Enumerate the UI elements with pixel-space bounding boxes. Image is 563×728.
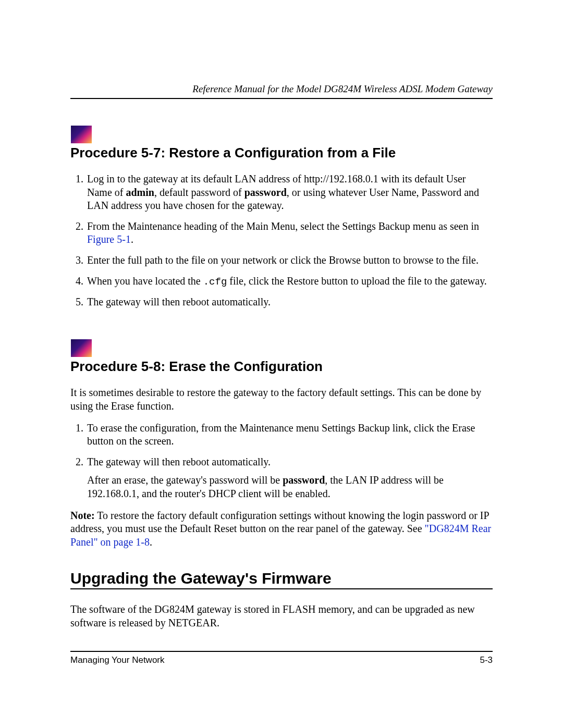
section-heading: Upgrading the Gateway's Firmware xyxy=(70,570,493,587)
step-text: To erase the configuration, from the Mai… xyxy=(87,422,475,447)
bold-admin: admin xyxy=(126,187,154,198)
note-label: Note: xyxy=(70,510,95,521)
note-text: . xyxy=(150,536,152,548)
step-text: , default password of xyxy=(154,187,244,198)
list-item: The gateway will then reboot automatical… xyxy=(86,455,493,501)
bold-password: password xyxy=(244,187,287,198)
list-item: Log in to the gateway at its default LAN… xyxy=(86,172,493,213)
step-text: . xyxy=(131,233,133,245)
list-item: Enter the full path to the file on your … xyxy=(86,254,493,267)
bold-password: password xyxy=(283,474,325,486)
procedure-5-8-title: Procedure 5-8: Erase the Configuration xyxy=(70,359,493,375)
step-text: The gateway will then reboot automatical… xyxy=(87,456,271,467)
procedure-5-8-intro: It is sometimes desirable to restore the… xyxy=(70,386,493,413)
header-rule xyxy=(70,98,493,99)
footer-rule xyxy=(70,651,493,652)
code-cfg: .cfg xyxy=(203,276,227,288)
document-page: Reference Manual for the Model DG824M Wi… xyxy=(0,0,563,728)
procedure-5-8-steps: To erase the configuration, from the Mai… xyxy=(70,422,493,501)
section-rule xyxy=(70,588,493,589)
text: After an erase, the gateway's password w… xyxy=(87,474,283,486)
list-item: To erase the configuration, from the Mai… xyxy=(86,422,493,448)
page-footer: Managing Your Network 5-3 xyxy=(70,651,493,665)
step-text: The gateway will then reboot automatical… xyxy=(87,296,271,307)
procedure-icon xyxy=(70,125,92,144)
running-header: Reference Manual for the Model DG824M Wi… xyxy=(70,83,493,98)
note-paragraph: Note: To restore the factory default con… xyxy=(70,509,493,549)
procedure-icon xyxy=(70,339,92,357)
list-item: The gateway will then reboot automatical… xyxy=(86,295,493,309)
section-body: The software of the DG824M gateway is st… xyxy=(70,603,493,630)
list-item: From the Maintenance heading of the Main… xyxy=(86,220,493,246)
footer-chapter: Managing Your Network xyxy=(70,655,165,665)
procedure-5-7-title: Procedure 5-7: Restore a Configuration f… xyxy=(70,145,493,161)
figure-link[interactable]: Figure 5-1 xyxy=(87,233,131,245)
procedure-5-7-steps: Log in to the gateway at its default LAN… xyxy=(70,172,493,309)
step-text: From the Maintenance heading of the Main… xyxy=(87,220,479,232)
step-text: Enter the full path to the file on your … xyxy=(87,254,479,266)
step-subtext: After an erase, the gateway's password w… xyxy=(87,474,493,500)
footer-page-number: 5-3 xyxy=(480,655,493,665)
step-text: file, click the Restore button to upload… xyxy=(227,275,487,287)
step-text: When you have located the xyxy=(87,275,203,287)
list-item: When you have located the .cfg file, cli… xyxy=(86,275,493,288)
